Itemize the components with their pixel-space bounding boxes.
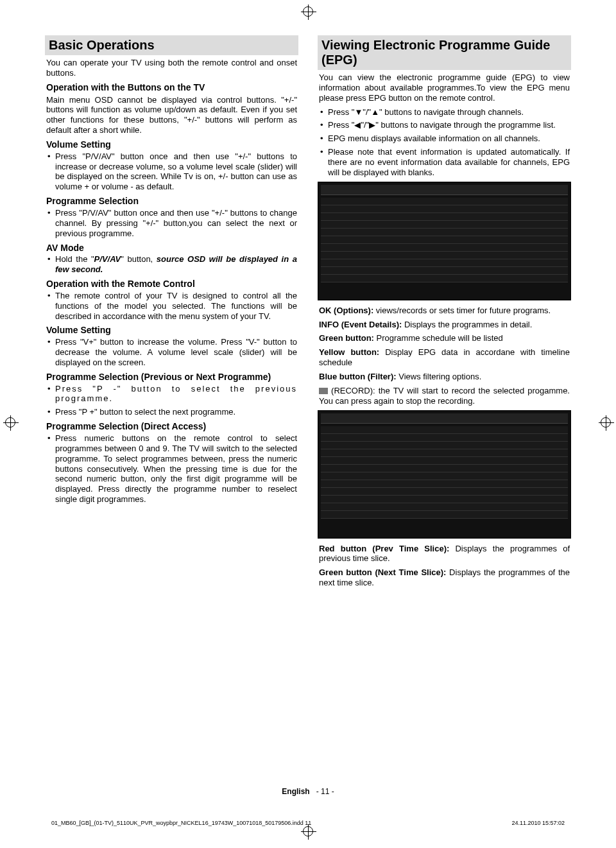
label-bold: OK (Options): (319, 306, 373, 315)
bullet-item: Press "P -" button to select the previou… (46, 384, 297, 404)
document-page: Basic Operations You can operate your TV… (45, 35, 571, 812)
epg-screenshot-1 (318, 182, 571, 300)
registration-mark-left (5, 417, 15, 428)
red-button-prev: Red button (Prev Time Slice): Displays t… (319, 544, 570, 564)
bullet-item: Hold the "P/V/AV" button, source OSD wil… (46, 254, 297, 275)
heading-operation-buttons: Operation with the Buttons on the TV (46, 82, 297, 93)
epg-screenshot-2 (318, 410, 571, 539)
label-bold: INFO (Event Details): (319, 320, 402, 329)
label-bold: Yellow button: (319, 347, 379, 357)
text: " button, (121, 254, 157, 264)
print-timestamp: 24.11.2010 15:57:02 (511, 820, 565, 826)
blue-button: Blue button (Filter): Views filtering op… (319, 372, 570, 382)
registration-mark-top (303, 6, 313, 17)
info-details: INFO (Event Details): Displays the progr… (319, 320, 570, 330)
text: Hold the " (55, 254, 94, 264)
green-button-next: Green button (Next Time Slice): Displays… (319, 567, 570, 588)
heading-programme-prev-next: Programme Selection (Previous or Next Pr… (46, 372, 297, 383)
bullet-item: Press "V+" button to increase the volume… (46, 337, 297, 368)
registration-mark-bottom (303, 826, 313, 836)
record-button: (RECORD): the TV will start to record th… (319, 386, 570, 406)
intro-text: You can view the electronic programme gu… (319, 73, 570, 103)
bullet-item: EPG menu displays available information … (319, 134, 570, 144)
print-filename: 01_MB60_[GB]_(01-TV)_5110UK_PVR_woypbpr_… (51, 820, 311, 826)
bullet-item: Press "P +" button to select the next pr… (46, 407, 297, 417)
text: views/records or sets timer for future p… (373, 306, 551, 315)
heading-av-mode: AV Mode (46, 243, 297, 254)
footer-page-number: - 11 - (316, 787, 334, 796)
heading-programme-selection: Programme Selection (46, 196, 297, 207)
bullet-item: Press numeric buttons on the remote cont… (46, 433, 297, 505)
bullet-item: Press "◀"/"▶" buttons to navigate throug… (319, 120, 570, 130)
footer-language: English (282, 787, 309, 796)
bullet-item: Press "P/V/AV" button once and then use … (46, 208, 297, 239)
right-column: Viewing Electronic Programme Guide (EPG)… (318, 35, 571, 592)
text: Views filtering options. (397, 372, 482, 381)
green-button: Green button: Programme schedule will be… (319, 333, 570, 343)
bullet-item: Please note that event information is up… (319, 147, 570, 178)
left-column: Basic Operations You can operate your TV… (45, 35, 298, 592)
registration-mark-right (601, 417, 611, 428)
heading-volume-setting: Volume Setting (46, 139, 297, 150)
bullet-item: Press "▼"/"▲" buttons to navigate throug… (319, 107, 570, 117)
page-footer: English - 11 - (45, 787, 571, 796)
intro-text: You can operate your TV using both the r… (46, 58, 297, 78)
text-bold-italic: P/V/AV (94, 254, 121, 264)
bullet-item: Press "P/V/AV" button once and then use … (46, 151, 297, 192)
text: (RECORD): the TV will start to record th… (319, 386, 570, 406)
heading-remote-control: Operation with the Remote Control (46, 279, 297, 290)
label-bold: Green button: (319, 333, 374, 343)
bullet-item: The remote control of your TV is designe… (46, 291, 297, 322)
yellow-button: Yellow button: Display EPG data in accor… (319, 347, 570, 368)
heading-direct-access: Programme Selection (Direct Access) (46, 421, 297, 432)
label-bold: Red button (Prev Time Slice): (319, 544, 449, 553)
paragraph: Main menu OSD cannot be displayed via co… (46, 95, 297, 135)
text: Programme schedule will be listed (374, 333, 503, 343)
section-basic-operations: Basic Operations (45, 35, 298, 55)
ok-options: OK (Options): views/records or sets time… (319, 306, 570, 316)
record-icon (319, 388, 328, 394)
section-epg: Viewing Electronic Programme Guide (EPG) (318, 35, 571, 70)
label-bold: Blue button (Filter): (319, 372, 397, 381)
print-metadata: 01_MB60_[GB]_(01-TV)_5110UK_PVR_woypbpr_… (45, 820, 571, 826)
heading-volume-setting-2: Volume Setting (46, 325, 297, 336)
label-bold: Green button (Next Time Slice): (319, 567, 446, 577)
text: Displays the programmes in detail. (402, 320, 532, 329)
